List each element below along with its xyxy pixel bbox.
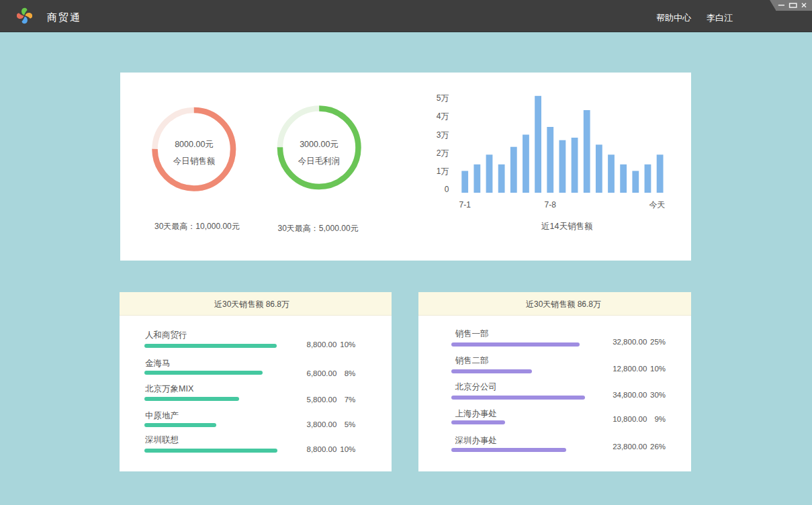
svg-text:4万: 4万 xyxy=(437,111,449,121)
svg-text:1万: 1万 xyxy=(437,167,449,176)
svg-text:2万: 2万 xyxy=(437,148,449,158)
svg-text:0: 0 xyxy=(445,185,449,194)
svg-text:7-8: 7-8 xyxy=(545,200,557,210)
svg-text:5万: 5万 xyxy=(437,93,449,103)
svg-text:7-1: 7-1 xyxy=(459,200,471,210)
svg-text:今天: 今天 xyxy=(649,200,666,210)
svg-text:3万: 3万 xyxy=(437,130,449,140)
